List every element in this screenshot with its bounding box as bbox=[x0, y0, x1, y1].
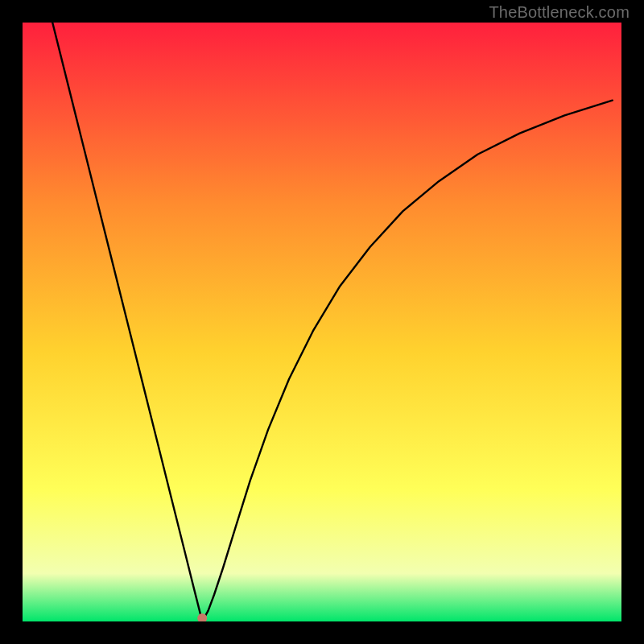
watermark-text: TheBottleneck.com bbox=[489, 3, 630, 22]
chart-frame: TheBottleneck.com bbox=[0, 0, 644, 644]
bottleneck-curve bbox=[23, 23, 621, 621]
plot-area bbox=[23, 23, 621, 621]
